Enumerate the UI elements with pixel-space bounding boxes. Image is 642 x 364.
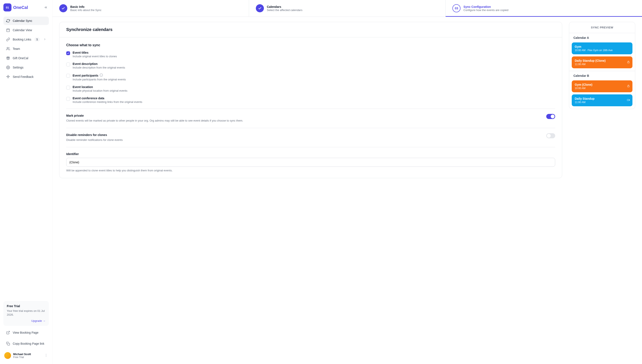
svg-rect-11	[627, 99, 629, 101]
gift-icon	[6, 56, 10, 60]
gear-icon	[6, 65, 10, 70]
user-name: Michael Scott	[13, 352, 42, 356]
step-sync-configuration[interactable]: 03 Sync Configuration Configure how the …	[446, 0, 642, 16]
sidebar-item-gift[interactable]: Gift OneCal	[4, 54, 49, 62]
sidebar-item-settings[interactable]: Settings	[4, 63, 49, 72]
svg-point-3	[8, 67, 9, 68]
team-icon	[6, 47, 10, 51]
more-vertical-icon	[44, 354, 48, 357]
step-sub: Select the affected calendars	[267, 8, 302, 12]
sidebar-item-label: Booking Links	[13, 38, 31, 41]
sidebar-item-copy-booking-link[interactable]: Copy Booking Page link	[4, 340, 49, 348]
event-title: Gym (Clone)	[575, 83, 629, 86]
check-icon	[59, 4, 67, 12]
sidebar-item-label: Team	[13, 47, 20, 50]
identifier-help: Will be appended to clone event titles t…	[66, 169, 555, 172]
event-time: 11:00 AM	[575, 101, 629, 104]
badge: 1	[35, 38, 40, 41]
disable-reminders-sub: Disable reminder notifications for clone…	[66, 138, 542, 142]
step-number: 03	[452, 4, 460, 12]
svg-rect-0	[7, 29, 10, 32]
logo[interactable]: 01 OneCal	[4, 4, 28, 12]
sidebar-item-label: View Booking Page	[13, 331, 39, 334]
event-title: Daily Standup (Clone)	[575, 59, 629, 62]
external-link-icon	[6, 330, 10, 335]
checkbox-event-description[interactable]	[66, 62, 70, 66]
sidebar-item-label: Settings	[13, 66, 24, 69]
event-title: Gym	[575, 45, 629, 48]
checkbox-label: Event participants	[73, 74, 126, 78]
svg-point-7	[46, 356, 46, 356]
calendar-icon	[6, 28, 10, 32]
event-card: Gym (Clone) 10:00 AM	[572, 80, 632, 92]
mark-private-sub: Cloned events will be marked as private …	[66, 118, 542, 123]
step-sub: Basic info about the Sync	[70, 8, 102, 12]
link-icon	[6, 37, 10, 42]
checkbox-label: Event titles	[73, 51, 117, 54]
sidebar-item-calendar-sync[interactable]: Calendar Sync	[4, 16, 49, 25]
toggle-mark-private[interactable]	[546, 114, 555, 119]
event-time: 10:00 AM	[575, 87, 629, 90]
user-menu-button[interactable]	[44, 354, 48, 358]
event-time: 10:00 AM · Flex Gym on 16th Ave	[575, 49, 629, 52]
disable-reminders-title: Disable reminders for clones	[66, 133, 542, 136]
checkbox-sub: Include physical location from original …	[73, 89, 127, 92]
avatar	[4, 352, 11, 359]
choose-title: Choose what to sync	[66, 43, 555, 47]
event-card: Gym 10:00 AM · Flex Gym on 16th Ave	[572, 42, 632, 54]
event-title: Daily Standup	[575, 97, 629, 100]
chevron-right-icon	[43, 38, 46, 41]
identifier-input[interactable]	[66, 158, 555, 167]
sidebar: 01 OneCal Calendar Sync Calendar View Bo…	[0, 0, 53, 364]
sidebar-item-team[interactable]: Team	[4, 44, 49, 53]
sync-icon	[6, 19, 10, 23]
stepper: Basic Info Basic info about the Sync Cal…	[53, 0, 642, 17]
panel-title: Synchronize calendars	[66, 27, 555, 32]
info-icon[interactable]	[100, 74, 103, 78]
calendar-name: Calendar B	[569, 71, 635, 80]
checkbox-label: Event location	[73, 85, 127, 89]
sync-config-panel: Synchronize calendars Choose what to syn…	[59, 22, 562, 178]
sidebar-item-calendar-view[interactable]: Calendar View	[4, 26, 49, 34]
sparkle-icon	[6, 75, 10, 79]
checkbox-label: Event conference data	[73, 96, 142, 100]
svg-rect-4	[8, 343, 10, 345]
sidebar-item-booking-links[interactable]: Booking Links 1	[4, 35, 49, 44]
sidebar-item-label: Calendar Sync	[13, 19, 32, 22]
lock-icon	[627, 61, 630, 64]
trial-title: Free Trial	[7, 304, 46, 308]
collapse-sidebar-button[interactable]	[43, 4, 49, 10]
step-calendars[interactable]: Calendars Select the affected calendars	[249, 0, 446, 16]
event-card: Daily Standup (Clone) 11:00 AM	[572, 56, 632, 68]
step-basic-info[interactable]: Basic Info Basic info about the Sync	[53, 0, 249, 16]
sidebar-item-feedback[interactable]: Send Feedback	[4, 72, 49, 81]
identifier-label: Identifier	[66, 152, 555, 156]
svg-rect-10	[627, 86, 629, 87]
upgrade-link[interactable]: Upgrade →	[7, 319, 46, 322]
sidebar-item-label: Gift OneCal	[13, 56, 28, 60]
svg-point-6	[46, 355, 46, 355]
video-icon	[627, 99, 630, 102]
checkbox-event-participants[interactable]	[66, 74, 70, 78]
user-plan: Free Trial	[13, 356, 42, 359]
svg-rect-9	[627, 62, 629, 63]
step-title: Sync Configuration	[463, 5, 508, 8]
svg-point-5	[46, 354, 46, 354]
checkbox-event-location[interactable]	[66, 86, 70, 90]
step-sub: Configure how the events are copied	[463, 8, 508, 12]
check-icon	[256, 4, 264, 12]
sidebar-item-label: Send Feedback	[13, 75, 34, 78]
step-title: Calendars	[267, 5, 302, 8]
step-title: Basic Info	[70, 5, 102, 8]
sync-preview-panel: SYNC PREVIEW Calendar A Gym 10:00 AM · F…	[569, 22, 635, 109]
event-card: Daily Standup 11:00 AM	[572, 94, 632, 106]
trial-card: Free Trial Your free trial expires on 01…	[4, 301, 49, 326]
checkbox-sub: Include description from the original ev…	[73, 66, 125, 69]
logo-text: OneCal	[13, 5, 28, 10]
checkbox-event-conference[interactable]	[66, 97, 70, 101]
toggle-disable-reminders[interactable]	[546, 133, 555, 138]
preview-header: SYNC PREVIEW	[569, 22, 635, 33]
sidebar-item-view-booking-page[interactable]: View Booking Page	[4, 328, 49, 337]
checkbox-event-titles[interactable]	[66, 51, 70, 55]
checkbox-sub: Include original event titles to clones	[73, 55, 117, 58]
